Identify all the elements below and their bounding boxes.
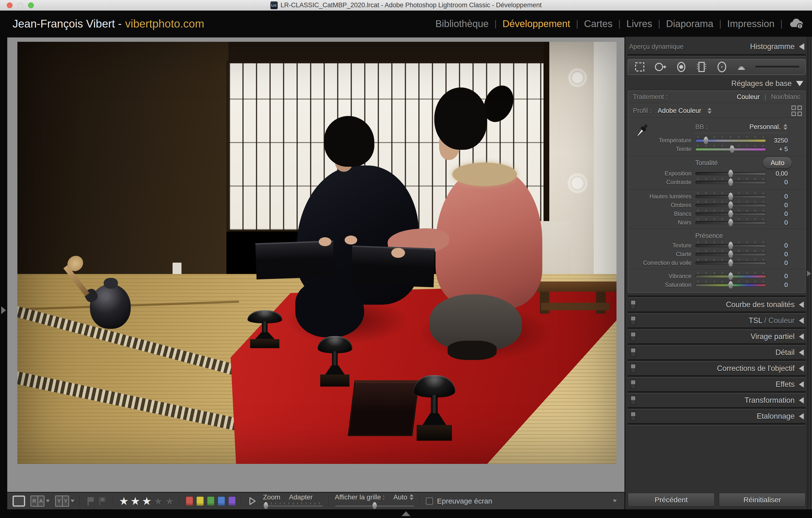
collapse-arrow-icon[interactable] (799, 43, 804, 50)
reject-flag-icon[interactable] (97, 495, 108, 507)
dehaze-value[interactable]: 0 (766, 259, 805, 267)
color-label-blue[interactable] (218, 496, 225, 506)
previous-button[interactable]: Précédent (628, 493, 715, 507)
panel-toggle-switch[interactable] (631, 364, 636, 373)
module-slideshow[interactable]: Diaporama (660, 18, 719, 29)
fullscreen-window-button[interactable] (28, 2, 34, 8)
blacks-value[interactable]: 0 (766, 219, 805, 226)
collapse-arrow-icon[interactable] (799, 333, 804, 340)
white-balance-eyedropper-icon[interactable] (632, 121, 650, 143)
color-label-yellow[interactable] (197, 496, 204, 506)
module-develop[interactable]: Développement (497, 18, 576, 29)
sync-status-cloud-icon[interactable]: ! (789, 18, 803, 29)
zoom-label[interactable]: Zoom (263, 493, 280, 501)
texture-value[interactable]: 0 (766, 242, 805, 249)
exposure-value[interactable]: 0,00 (766, 170, 805, 177)
hide-right-panel-arrow-icon[interactable] (807, 271, 811, 276)
before-after-control[interactable]: Y Y (55, 495, 75, 507)
chevron-down-icon[interactable] (70, 500, 75, 502)
panel-toggle-switch[interactable] (631, 332, 636, 341)
module-print[interactable]: Impression (721, 18, 780, 29)
zoom-slider[interactable] (263, 502, 323, 509)
reference-view-icon[interactable]: R A (30, 495, 45, 507)
left-panel-collapsed-strip[interactable] (0, 37, 7, 509)
pick-flag-icon[interactable] (86, 495, 96, 507)
updown-arrows-icon[interactable] (707, 108, 712, 114)
tint-value[interactable]: + 5 (766, 146, 805, 153)
slideshow-play-icon[interactable] (247, 495, 258, 507)
crop-tool-icon[interactable] (633, 61, 646, 73)
zoom-slider-track[interactable] (263, 505, 323, 507)
collapse-arrow-icon[interactable] (799, 302, 804, 308)
adjustment-brush-tool-icon[interactable] (736, 61, 747, 73)
toolbar-options-chevron-icon[interactable] (613, 500, 617, 502)
module-library[interactable]: Bibliothèque (430, 18, 494, 29)
shadows-value[interactable]: 0 (766, 202, 805, 209)
grid-slider-thumb[interactable] (372, 502, 377, 509)
star-icon[interactable]: ★ (165, 495, 174, 507)
panel-toggle-switch[interactable] (631, 316, 636, 325)
expanded-arrow-icon[interactable] (796, 81, 803, 86)
collapse-arrow-icon[interactable] (799, 317, 804, 324)
treatment-color-option[interactable]: Couleur (737, 93, 760, 101)
collapse-arrow-icon[interactable] (799, 381, 804, 388)
chevron-down-icon[interactable] (46, 500, 50, 502)
star-rating[interactable]: ★ ★ ★ ★ ★ (119, 495, 174, 507)
highlights-value[interactable]: 0 (766, 193, 805, 200)
updown-arrows-icon[interactable] (783, 124, 787, 130)
reference-view-control[interactable]: R A (30, 495, 50, 507)
collapse-arrow-icon[interactable] (799, 413, 804, 420)
vibrance-value[interactable]: 0 (766, 273, 805, 280)
panel-hsl-color[interactable]: TSL / Couleur (628, 315, 806, 327)
star-icon[interactable]: ★ (119, 495, 129, 507)
profile-value[interactable]: Adobe Couleur (658, 107, 701, 115)
module-map[interactable]: Cartes (578, 18, 618, 29)
saturation-value[interactable]: 0 (766, 281, 805, 289)
minimize-window-button[interactable] (18, 2, 23, 8)
reset-button[interactable]: Réinitialiser (719, 493, 806, 507)
panel-detail[interactable]: Détail (628, 347, 806, 358)
module-book[interactable]: Livres (620, 18, 658, 29)
before-after-view-icon[interactable]: Y Y (55, 495, 69, 507)
grid-size-slider[interactable] (335, 502, 414, 509)
updown-arrows-icon[interactable] (410, 494, 413, 500)
panel-lens-corrections[interactable]: Corrections de l'objectif (628, 363, 806, 374)
temperature-value[interactable]: 3250 (766, 137, 805, 144)
contrast-value[interactable]: 0 (766, 179, 805, 186)
panel-calibration[interactable]: Etalonnage (628, 410, 806, 422)
zoom-slider-thumb[interactable] (263, 502, 269, 509)
show-filmstrip-arrow-icon[interactable] (402, 511, 410, 516)
clarity-value[interactable]: 0 (766, 250, 805, 258)
color-label-green[interactable] (207, 496, 214, 506)
panel-toggle-switch[interactable] (631, 300, 636, 309)
panel-toggle-switch[interactable] (631, 396, 636, 405)
grid-value[interactable]: Auto (394, 493, 407, 501)
star-icon[interactable]: ★ (130, 495, 140, 507)
star-icon[interactable]: ★ (142, 495, 152, 507)
brand-site-link[interactable]: vibertphoto.com (125, 17, 204, 30)
whites-value[interactable]: 0 (766, 210, 805, 218)
radial-filter-tool-icon[interactable] (716, 61, 728, 73)
basic-panel-title[interactable]: Réglages de base (731, 79, 792, 88)
star-icon[interactable]: ★ (153, 495, 163, 507)
exposure-slider-thumb[interactable] (728, 170, 734, 177)
show-left-panel-arrow-icon[interactable] (1, 306, 6, 314)
red-eye-tool-icon[interactable] (675, 61, 688, 73)
smart-preview-status[interactable]: Aperçu dynamique (629, 43, 684, 51)
color-label-purple[interactable] (228, 496, 236, 506)
panel-effects[interactable]: Effets (628, 378, 806, 390)
photo-preview[interactable] (18, 42, 616, 464)
color-label-red[interactable] (186, 496, 193, 506)
filmstrip-collapsed-strip[interactable] (0, 509, 812, 518)
auto-tone-button[interactable]: Auto (763, 157, 792, 169)
panel-toggle-switch[interactable] (631, 380, 636, 389)
close-window-button[interactable] (7, 2, 12, 8)
panel-split-toning[interactable]: Virage partiel (628, 331, 806, 342)
right-panel-scrollbar[interactable] (807, 37, 812, 509)
panel-toggle-switch[interactable] (631, 348, 636, 357)
histogram-panel-title[interactable]: Histogramme (750, 42, 794, 51)
collapse-arrow-icon[interactable] (799, 397, 804, 403)
panel-tone-curve[interactable]: Courbe des tonalités (628, 299, 806, 310)
fit-label[interactable]: Adapter (289, 493, 313, 501)
loupe-view-icon[interactable] (12, 495, 25, 507)
